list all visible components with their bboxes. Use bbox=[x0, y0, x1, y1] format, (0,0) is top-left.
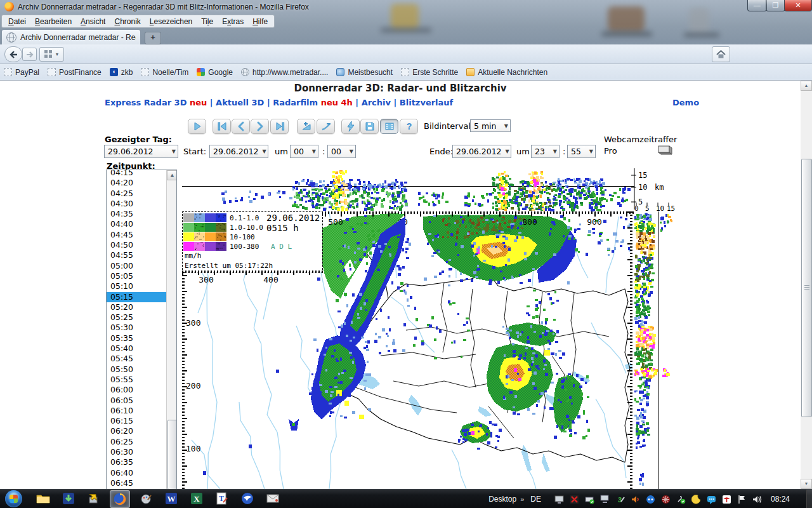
tray-chevron[interactable]: » bbox=[520, 495, 524, 503]
taskbar-app-firefox[interactable] bbox=[110, 490, 130, 508]
desktop-toolbar-label[interactable]: Desktop bbox=[488, 495, 516, 504]
bookmark-zkb[interactable]: ◖zkb bbox=[110, 68, 133, 77]
close-button[interactable]: ✕ bbox=[784, 0, 812, 11]
tray-monitor-icon[interactable] bbox=[554, 495, 564, 504]
language-indicator[interactable]: DE bbox=[530, 495, 541, 504]
home-button[interactable] bbox=[712, 46, 730, 62]
menubar: DateiBearbeitenAnsichtChronikLesezeichen… bbox=[0, 14, 812, 28]
menu-tile[interactable]: Tile bbox=[197, 17, 218, 26]
menu-extras[interactable]: Extras bbox=[218, 17, 248, 26]
bookmark-aktuelle-nachrichten[interactable]: Aktuelle Nachrichten bbox=[466, 68, 547, 77]
taskbar-app-explorer[interactable] bbox=[34, 490, 53, 507]
menu-ansicht[interactable]: Ansicht bbox=[76, 17, 110, 26]
start-date-select[interactable]: 29.06.2012▼ bbox=[209, 145, 268, 158]
skip-start-icon: .g{fill:#7cc0e6;stroke:#3f8fc5;stroke-wi… bbox=[216, 121, 228, 132]
end-date-select[interactable]: 29.06.2012▼ bbox=[452, 145, 511, 158]
tray-monitor-plug-icon[interactable] bbox=[600, 495, 610, 504]
timelist-scrollbar[interactable]: ▲ bbox=[166, 170, 177, 490]
bookmark-erste-schritte[interactable]: Erste Schritte bbox=[401, 68, 458, 77]
bookmark-label: PayPal bbox=[15, 68, 39, 77]
tray-red-x-icon[interactable] bbox=[570, 495, 579, 504]
webcam-link-line2[interactable]: Pro bbox=[604, 146, 617, 156]
save-button[interactable]: .g{fill:#7cc0e6;stroke:#3f8fc5;stroke-wi… bbox=[360, 119, 379, 134]
menu-chronik[interactable]: Chronik bbox=[110, 17, 145, 26]
taskbar-app-installer[interactable] bbox=[84, 490, 103, 507]
sum-minus-button[interactable]: .g{fill:#7cc0e6;stroke:#3f8fc5;stroke-wi… bbox=[317, 119, 335, 134]
tray-flag-icon[interactable] bbox=[737, 495, 747, 504]
svg-text:0.1-1.0: 0.1-1.0 bbox=[230, 214, 259, 222]
bookmark-noelle-tim[interactable]: Noelle/Tim bbox=[141, 68, 188, 77]
taskbar-clock[interactable]: 08:24 bbox=[771, 495, 790, 504]
start-button[interactable] bbox=[5, 490, 22, 507]
tray-pen-3-icon[interactable]: 3 bbox=[615, 495, 625, 504]
tray-chat-icon[interactable] bbox=[707, 495, 716, 504]
nav-link-express-radar-3d[interactable]: Express Radar 3D bbox=[105, 98, 187, 107]
nav-link-aktuell-3d[interactable]: Aktuell 3D bbox=[216, 98, 264, 107]
forward-button[interactable] bbox=[22, 48, 37, 61]
menu-bearbeiten[interactable]: Bearbeiten bbox=[30, 17, 76, 26]
menu-hilfe[interactable]: Hilfe bbox=[248, 17, 272, 26]
scroll-down-icon[interactable]: ▼ bbox=[801, 479, 812, 489]
skip-end-button[interactable]: .g{fill:#7cc0e6;stroke:#3f8fc5;stroke-wi… bbox=[270, 119, 289, 134]
prev-button[interactable]: .g{fill:#7cc0e6;stroke:#3f8fc5;stroke-wi… bbox=[232, 119, 250, 134]
taskbar-app-paint[interactable] bbox=[136, 490, 155, 507]
bookmark-meistbesucht[interactable]: Meistbesucht bbox=[336, 68, 393, 77]
tray-moon-icon[interactable] bbox=[691, 495, 701, 504]
taskbar-app-word[interactable]: W bbox=[162, 490, 181, 507]
timelist-scroll-thumb[interactable] bbox=[167, 420, 177, 490]
svg-text:100-380: 100-380 bbox=[230, 243, 259, 251]
nav-link-blitzverlauf[interactable]: Blitzverlauf bbox=[400, 98, 453, 107]
taskbar-app-backup[interactable] bbox=[59, 490, 78, 507]
titlebar[interactable]: Archiv Donnerradar metradar - Regenradar… bbox=[0, 0, 812, 14]
tray-avira-icon[interactable] bbox=[722, 495, 731, 504]
nav-link-radarfilm[interactable]: Radarfilm bbox=[273, 98, 318, 107]
bookmarks-bar: PayPalPostFinance◖zkbNoelle/TimGooglehtt… bbox=[0, 64, 812, 81]
restore-button[interactable]: ❐ bbox=[766, 0, 785, 11]
tile-tabs-button[interactable]: ▼ bbox=[39, 47, 64, 62]
bookmark-postfinance[interactable]: PostFinance bbox=[48, 68, 102, 77]
skip-start-button[interactable]: .g{fill:#7cc0e6;stroke:#3f8fc5;stroke-wi… bbox=[213, 119, 231, 134]
sum-plus-button[interactable]: .g{fill:#7cc0e6;stroke:#3f8fc5;stroke-wi… bbox=[297, 119, 315, 134]
bookmark-paypal[interactable]: PayPal bbox=[4, 68, 39, 77]
page-scroll-thumb[interactable] bbox=[801, 159, 812, 417]
end-hour-select[interactable]: 23▼ bbox=[531, 145, 560, 158]
bookmark-http-www-metradar-[interactable]: http://www.metradar.... bbox=[241, 68, 328, 77]
show-desktop-button[interactable] bbox=[806, 490, 812, 508]
lightning-button[interactable]: .g{fill:#7cc0e6;stroke:#3f8fc5;stroke-wi… bbox=[341, 119, 360, 134]
taskbar-app-excel[interactable]: X bbox=[187, 490, 206, 507]
taskbar-app-thunderbird[interactable] bbox=[238, 490, 257, 507]
taskbar-app-textpad[interactable]: T bbox=[213, 490, 232, 507]
minimize-button[interactable]: — bbox=[747, 0, 767, 11]
tray-printer-check-icon[interactable] bbox=[585, 495, 594, 504]
next-button[interactable]: .g{fill:#7cc0e6;stroke:#3f8fc5;stroke-wi… bbox=[251, 119, 269, 134]
bookmark-google[interactable]: Google bbox=[197, 68, 233, 77]
menu-lesezeichen[interactable]: Lesezeichen bbox=[145, 17, 197, 26]
timelist-listbox[interactable]: 04:1504:2004:2504:3004:3504:4004:4504:50… bbox=[106, 170, 177, 490]
scroll-up-icon[interactable]: ▲ bbox=[167, 170, 177, 180]
tray-blue-circle-icon[interactable] bbox=[646, 495, 655, 504]
taskbar-app-mail[interactable] bbox=[263, 490, 282, 507]
webcam-link-line1[interactable]: Webcamzeitraffer bbox=[604, 135, 677, 144]
tray-red-fan-icon[interactable] bbox=[661, 495, 671, 504]
play-button[interactable]: .g{fill:#7cc0e6;stroke:#3f8fc5;stroke-wi… bbox=[188, 119, 206, 134]
start-min-select[interactable]: 00▼ bbox=[327, 145, 356, 158]
tray-volume-icon[interactable] bbox=[752, 495, 762, 504]
end-min-select[interactable]: 55▼ bbox=[567, 145, 596, 158]
nav-link-archiv[interactable]: Archiv bbox=[362, 98, 391, 107]
tab-active[interactable]: Archiv Donnerradar metradar - Regenra... bbox=[1, 29, 141, 44]
demo-link[interactable]: Demo bbox=[672, 98, 699, 107]
help-button[interactable]: .g{fill:#7cc0e6;stroke:#3f8fc5;stroke-wi… bbox=[400, 119, 418, 134]
nav-badge: neu 4h bbox=[318, 98, 353, 107]
scroll-up-icon[interactable]: ▲ bbox=[801, 81, 812, 91]
interval-select[interactable]: 5 min▼ bbox=[470, 119, 511, 132]
tray-speaker-orange-icon[interactable] bbox=[631, 495, 640, 504]
shown-day-select[interactable]: 29.06.2012▼ bbox=[104, 145, 178, 158]
start-hour-select[interactable]: 00▼ bbox=[290, 145, 318, 158]
page-scrollbar[interactable]: ▲ ▼ bbox=[801, 81, 812, 489]
tray-usb-check-icon[interactable] bbox=[676, 495, 686, 504]
menu-datei[interactable]: Datei bbox=[4, 17, 30, 26]
new-tab-button[interactable]: + bbox=[145, 32, 161, 44]
bookmark-label: Meistbesucht bbox=[348, 68, 393, 77]
back-button[interactable] bbox=[4, 46, 22, 62]
film-button[interactable]: .g{fill:#7cc0e6;stroke:#3f8fc5;stroke-wi… bbox=[380, 119, 398, 134]
